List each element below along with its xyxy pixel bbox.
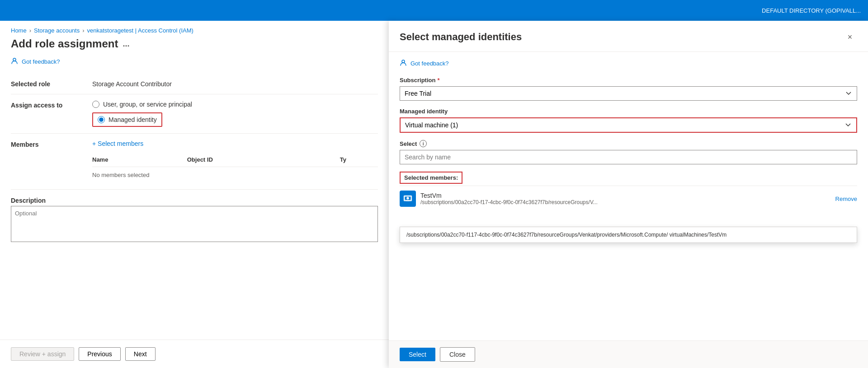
feedback-person-icon <box>11 57 18 66</box>
radio-group: User, group, or service principal Manage… <box>92 101 378 127</box>
col-name: Name <box>92 153 187 167</box>
managed-identity-label: Managed identity <box>400 108 857 115</box>
managed-identity-dropdown[interactable]: Virtual machine (1) <box>400 117 857 133</box>
directory-label: DEFAULT DIRECTORY (GOPIVALL... <box>762 7 861 14</box>
members-row: Members + Select members Name Object ID … <box>11 134 378 190</box>
drawer-bottom-bar: Select Close <box>389 340 868 368</box>
drawer-feedback: Got feedback? <box>400 59 857 68</box>
required-star: * <box>437 77 439 84</box>
svg-point-4 <box>406 197 409 200</box>
svg-point-0 <box>13 58 16 61</box>
select-label: Select i <box>400 140 857 147</box>
page-title-row: Add role assignment ... <box>0 34 389 57</box>
breadcrumb-home[interactable]: Home <box>11 27 27 34</box>
radio-managed-label: Managed identity <box>108 116 157 123</box>
search-input[interactable] <box>400 150 857 164</box>
description-label: Description <box>11 196 92 204</box>
col-object-id: Object ID <box>187 153 340 167</box>
members-value: + Select members Name Object ID Ty No me… <box>92 140 378 183</box>
previous-button[interactable]: Previous <box>79 347 120 361</box>
subscription-dropdown[interactable]: Free Trial <box>400 86 857 101</box>
assign-access-row: Assign access to User, group, or service… <box>11 94 378 134</box>
top-bar: DEFAULT DIRECTORY (GOPIVALL... <box>0 0 868 21</box>
member-path: /subscriptions/00a2cc70-f17-4cbc-9f0c-0f… <box>420 199 831 205</box>
drawer-content: Got feedback? Subscription * Free Trial … <box>389 52 868 340</box>
selected-members-section: Selected members: TestVm /subscriptions/… <box>400 172 857 211</box>
col-type: Ty <box>340 153 378 167</box>
left-panel: Home › Storage accounts › venkatstoraget… <box>0 21 389 368</box>
selected-member-item: TestVm /subscriptions/00a2cc70-f17-4cbc-… <box>400 186 857 211</box>
selected-role-value: Storage Account Contributor <box>92 79 378 88</box>
radio-user-group[interactable]: User, group, or service principal <box>92 101 378 108</box>
info-icon[interactable]: i <box>420 140 427 147</box>
table-row: No members selected <box>92 167 378 183</box>
description-row: Description <box>11 190 378 250</box>
breadcrumb-resource[interactable]: venkatstoragetest | Access Control (IAM) <box>87 27 193 34</box>
member-name: TestVm <box>420 192 831 199</box>
bottom-action-bar: Review + assign Previous Next <box>0 340 389 368</box>
next-button[interactable]: Next <box>125 347 156 361</box>
breadcrumb-storage-accounts[interactable]: Storage accounts <box>34 27 80 34</box>
main-layout: Home › Storage accounts › venkatstoraget… <box>0 21 868 368</box>
select-field: Select i <box>400 140 857 164</box>
no-members-text: No members selected <box>92 167 378 183</box>
close-button[interactable]: Close <box>440 347 475 362</box>
form-content: Selected role Storage Account Contributo… <box>0 73 389 340</box>
radio-managed-input[interactable] <box>98 116 105 123</box>
members-label: Members <box>11 140 92 148</box>
drawer-title: Select managed identities <box>400 31 522 43</box>
page-title: Add role assignment <box>11 37 118 50</box>
right-drawer: Select managed identities × Got feedback… <box>389 21 868 368</box>
assign-access-label: Assign access to <box>11 101 92 109</box>
select-members-link[interactable]: + Select members <box>92 140 378 147</box>
breadcrumb: Home › Storage accounts › venkatstoraget… <box>0 21 389 34</box>
feedback-bar: Got feedback? <box>0 57 389 73</box>
member-info: TestVm /subscriptions/00a2cc70-f17-4cbc-… <box>420 192 831 205</box>
svg-point-1 <box>402 60 405 63</box>
select-button[interactable]: Select <box>400 348 435 361</box>
selected-members-label: Selected members: <box>400 172 462 184</box>
subscription-field: Subscription * Free Trial <box>400 77 857 101</box>
drawer-header: Select managed identities × <box>389 21 868 52</box>
radio-managed-identity[interactable]: Managed identity <box>92 112 378 127</box>
radio-user-group-label: User, group, or service principal <box>103 101 192 108</box>
drawer-feedback-label[interactable]: Got feedback? <box>410 60 449 67</box>
feedback-label[interactable]: Got feedback? <box>22 58 60 65</box>
drawer-feedback-icon <box>400 59 407 68</box>
managed-identity-selected-box: Managed identity <box>92 112 162 127</box>
members-table: Name Object ID Ty No members selected <box>92 153 378 183</box>
remove-member-link[interactable]: Remove <box>835 196 857 202</box>
selected-role-row: Selected role Storage Account Contributo… <box>11 73 378 94</box>
member-path-tooltip: /subscriptions/00a2cc70-f117-4cbc-9f0c-0… <box>400 227 857 243</box>
review-assign-button: Review + assign <box>11 347 74 361</box>
description-textarea[interactable] <box>11 206 378 242</box>
assign-access-options: User, group, or service principal Manage… <box>92 101 378 127</box>
selected-role-label: Selected role <box>11 79 92 88</box>
ellipsis-menu[interactable]: ... <box>123 39 129 49</box>
close-drawer-button[interactable]: × <box>843 30 857 44</box>
radio-user-group-input[interactable] <box>92 101 99 108</box>
subscription-label: Subscription * <box>400 77 857 84</box>
member-avatar <box>400 191 416 207</box>
managed-identity-field: Managed identity Virtual machine (1) <box>400 108 857 133</box>
